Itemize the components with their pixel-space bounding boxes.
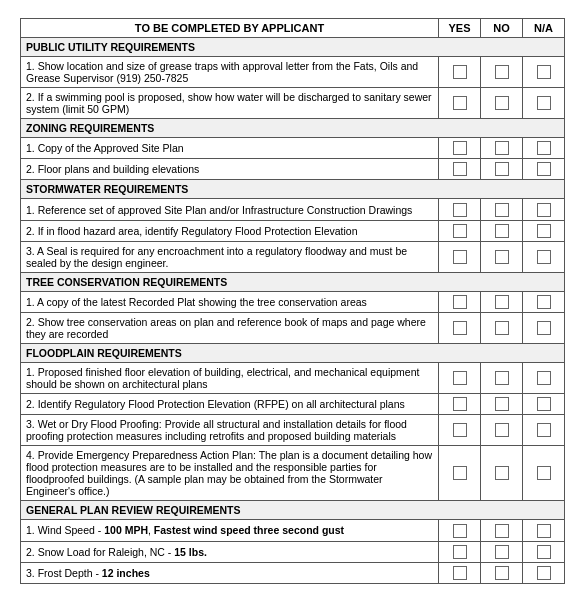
item-description: 2. If a swimming pool is proposed, show … bbox=[21, 88, 439, 119]
section-title: TREE CONSERVATION REQUIREMENTS bbox=[21, 272, 565, 291]
item-description: 2. If in flood hazard area, identify Reg… bbox=[21, 220, 439, 241]
item-description: 3. Wet or Dry Flood Proofing: Provide al… bbox=[21, 415, 439, 446]
col-header-yes: YES bbox=[439, 19, 481, 38]
checkbox-no[interactable] bbox=[481, 394, 523, 415]
checkbox-yes[interactable] bbox=[439, 363, 481, 394]
checkbox-no[interactable] bbox=[481, 415, 523, 446]
item-description: 3. A Seal is required for any encroachme… bbox=[21, 241, 439, 272]
checkbox-no[interactable] bbox=[481, 138, 523, 159]
checkbox-yes[interactable] bbox=[439, 415, 481, 446]
table-row: 2. Snow Load for Raleigh, NC - 15 lbs. bbox=[21, 541, 565, 562]
col-header-description: TO BE COMPLETED BY APPLICANT bbox=[21, 19, 439, 38]
table-row: 2. Identify Regulatory Flood Protection … bbox=[21, 394, 565, 415]
table-row: 3. A Seal is required for any encroachme… bbox=[21, 241, 565, 272]
item-description: 2. Show tree conservation areas on plan … bbox=[21, 313, 439, 344]
checkbox-no[interactable] bbox=[481, 159, 523, 180]
item-description: 2. Floor plans and building elevations bbox=[21, 159, 439, 180]
col-header-na: N/A bbox=[523, 19, 565, 38]
checkbox-yes[interactable] bbox=[439, 57, 481, 88]
table-row: 4. Provide Emergency Preparedness Action… bbox=[21, 446, 565, 501]
section-title: FLOODPLAIN REQUIREMENTS bbox=[21, 344, 565, 363]
col-header-no: NO bbox=[481, 19, 523, 38]
item-description: 1. Show location and size of grease trap… bbox=[21, 57, 439, 88]
checkbox-no[interactable] bbox=[481, 199, 523, 220]
checkbox-na[interactable] bbox=[523, 541, 565, 562]
checkbox-na[interactable] bbox=[523, 241, 565, 272]
section-title: PUBLIC UTILITY REQUIREMENTS bbox=[21, 38, 565, 57]
checkbox-na[interactable] bbox=[523, 220, 565, 241]
section-header-row: PUBLIC UTILITY REQUIREMENTS bbox=[21, 38, 565, 57]
checkbox-na[interactable] bbox=[523, 562, 565, 583]
section-title: ZONING REQUIREMENTS bbox=[21, 119, 565, 138]
item-description: 2. Snow Load for Raleigh, NC - 15 lbs. bbox=[21, 541, 439, 562]
checkbox-yes[interactable] bbox=[439, 446, 481, 501]
table-row: 1. Reference set of approved Site Plan a… bbox=[21, 199, 565, 220]
item-description: 1. Proposed finished floor elevation of … bbox=[21, 363, 439, 394]
table-row: 1. A copy of the latest Recorded Plat sh… bbox=[21, 291, 565, 312]
checkbox-yes[interactable] bbox=[439, 199, 481, 220]
checkbox-yes[interactable] bbox=[439, 291, 481, 312]
checkbox-yes[interactable] bbox=[439, 520, 481, 541]
table-row: 1. Copy of the Approved Site Plan bbox=[21, 138, 565, 159]
item-description: 1. Copy of the Approved Site Plan bbox=[21, 138, 439, 159]
item-description: 3. Frost Depth - 12 inches bbox=[21, 562, 439, 583]
checkbox-no[interactable] bbox=[481, 241, 523, 272]
table-row: 1. Proposed finished floor elevation of … bbox=[21, 363, 565, 394]
checkbox-na[interactable] bbox=[523, 57, 565, 88]
checkbox-na[interactable] bbox=[523, 446, 565, 501]
section-header-row: TREE CONSERVATION REQUIREMENTS bbox=[21, 272, 565, 291]
checkbox-na[interactable] bbox=[523, 88, 565, 119]
checkbox-yes[interactable] bbox=[439, 159, 481, 180]
table-row: 2. Floor plans and building elevations bbox=[21, 159, 565, 180]
table-header-row: TO BE COMPLETED BY APPLICANT YES NO N/A bbox=[21, 19, 565, 38]
checkbox-yes[interactable] bbox=[439, 541, 481, 562]
section-header-row: FLOODPLAIN REQUIREMENTS bbox=[21, 344, 565, 363]
section-header-row: ZONING REQUIREMENTS bbox=[21, 119, 565, 138]
checkbox-no[interactable] bbox=[481, 313, 523, 344]
checkbox-na[interactable] bbox=[523, 520, 565, 541]
checkbox-no[interactable] bbox=[481, 291, 523, 312]
section-header-row: STORMWATER REQUIREMENTS bbox=[21, 180, 565, 199]
table-row: 1. Show location and size of grease trap… bbox=[21, 57, 565, 88]
checkbox-yes[interactable] bbox=[439, 138, 481, 159]
checkbox-no[interactable] bbox=[481, 562, 523, 583]
table-row: 3. Frost Depth - 12 inches bbox=[21, 562, 565, 583]
checkbox-na[interactable] bbox=[523, 138, 565, 159]
checkbox-na[interactable] bbox=[523, 199, 565, 220]
item-description: 1. Reference set of approved Site Plan a… bbox=[21, 199, 439, 220]
checkbox-no[interactable] bbox=[481, 541, 523, 562]
checkbox-no[interactable] bbox=[481, 520, 523, 541]
checkbox-na[interactable] bbox=[523, 313, 565, 344]
item-description: 1. Wind Speed - 100 MPH, Fastest wind sp… bbox=[21, 520, 439, 541]
checkbox-no[interactable] bbox=[481, 220, 523, 241]
checkbox-no[interactable] bbox=[481, 57, 523, 88]
checkbox-na[interactable] bbox=[523, 291, 565, 312]
checkbox-no[interactable] bbox=[481, 88, 523, 119]
checkbox-yes[interactable] bbox=[439, 394, 481, 415]
checkbox-yes[interactable] bbox=[439, 220, 481, 241]
checkbox-na[interactable] bbox=[523, 415, 565, 446]
table-row: 1. Wind Speed - 100 MPH, Fastest wind sp… bbox=[21, 520, 565, 541]
item-description: 4. Provide Emergency Preparedness Action… bbox=[21, 446, 439, 501]
item-description: 2. Identify Regulatory Flood Protection … bbox=[21, 394, 439, 415]
checklist-table: TO BE COMPLETED BY APPLICANT YES NO N/A … bbox=[20, 18, 565, 584]
table-row: 2. If a swimming pool is proposed, show … bbox=[21, 88, 565, 119]
checkbox-yes[interactable] bbox=[439, 562, 481, 583]
section-header-row: GENERAL PLAN REVIEW REQUIREMENTS bbox=[21, 501, 565, 520]
table-row: 3. Wet or Dry Flood Proofing: Provide al… bbox=[21, 415, 565, 446]
checkbox-yes[interactable] bbox=[439, 241, 481, 272]
checkbox-yes[interactable] bbox=[439, 88, 481, 119]
table-row: 2. Show tree conservation areas on plan … bbox=[21, 313, 565, 344]
checkbox-no[interactable] bbox=[481, 446, 523, 501]
checkbox-na[interactable] bbox=[523, 159, 565, 180]
checkbox-yes[interactable] bbox=[439, 313, 481, 344]
table-row: 2. If in flood hazard area, identify Reg… bbox=[21, 220, 565, 241]
checkbox-no[interactable] bbox=[481, 363, 523, 394]
section-title: STORMWATER REQUIREMENTS bbox=[21, 180, 565, 199]
checkbox-na[interactable] bbox=[523, 363, 565, 394]
item-description: 1. A copy of the latest Recorded Plat sh… bbox=[21, 291, 439, 312]
checkbox-na[interactable] bbox=[523, 394, 565, 415]
section-title: GENERAL PLAN REVIEW REQUIREMENTS bbox=[21, 501, 565, 520]
